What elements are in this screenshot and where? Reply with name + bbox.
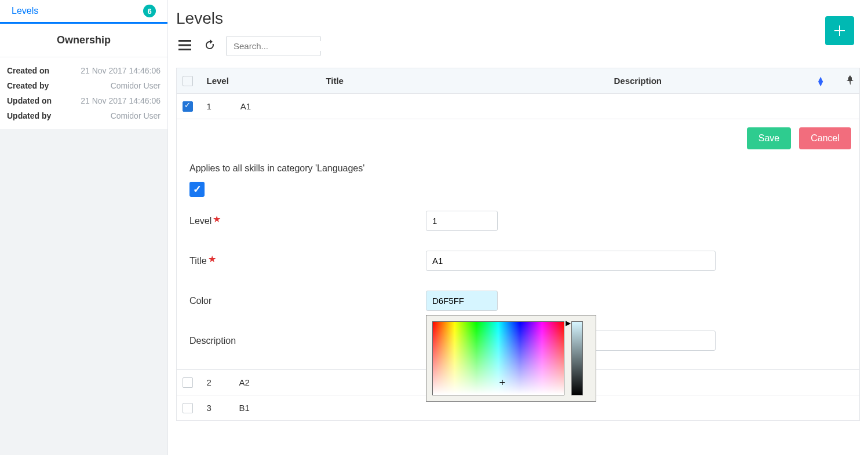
page-title: Levels [176,9,860,28]
ownership-heading: Ownership [0,24,167,57]
ownership-meta: Created on 21 Nov 2017 14:46:06 Created … [0,57,167,129]
meta-value-updated-on: 21 Nov 2017 14:46:06 [81,96,161,105]
cell-level: 2 [201,370,234,395]
refresh-button[interactable] [202,37,218,55]
hamburger-icon [178,40,191,50]
menu-button[interactable] [176,38,194,54]
arrow-right-icon: ▶ [566,319,571,327]
applies-label: Applies to all skills in category 'Langu… [189,163,847,174]
title-label: Title★ [189,255,426,266]
cancel-button[interactable]: Cancel [799,127,851,149]
color-picker-popup[interactable]: + ▶ [426,315,596,402]
cell-description [435,94,841,119]
add-button[interactable] [825,16,854,45]
cell-description [636,395,845,421]
applies-checkbox[interactable] [189,182,205,197]
meta-label-created-on: Created on [7,66,49,75]
column-header-description[interactable]: Description ▲▼ [435,68,841,94]
color-lightness-bar[interactable]: ▶ [571,321,583,395]
levels-table: Level Title Description ▲▼ 1 A1 [176,68,860,119]
save-button[interactable]: Save [747,127,791,149]
cell-level: 1 [201,94,235,119]
level-label: Level★ [189,215,426,226]
crosshair-icon: + [499,376,506,388]
row-checkbox[interactable] [183,377,193,388]
description-label: Description [189,336,426,346]
cell-description [636,370,845,395]
plus-icon [834,25,845,36]
meta-label-created-by: Created by [7,81,49,90]
meta-label-updated-on: Updated on [7,96,52,105]
cell-title: A1 [235,94,435,119]
meta-value-created-on: 21 Nov 2017 14:46:06 [81,66,161,75]
sidebar-tab-levels[interactable]: Levels 6 [0,0,167,24]
sort-icon: ▲▼ [816,76,825,86]
row-checkbox[interactable] [183,403,193,413]
color-picker-canvas[interactable]: + [432,321,564,395]
color-input[interactable] [426,291,498,311]
sidebar: Levels 6 Ownership Created on 21 Nov 201… [0,0,168,455]
toolbar [176,36,860,56]
select-all-checkbox[interactable] [183,76,193,86]
cell-level: 3 [201,395,234,421]
column-header-level[interactable]: Level [201,68,235,94]
required-star-icon: ★ [213,214,221,224]
title-input[interactable] [426,251,716,271]
sidebar-tab-badge: 6 [143,5,156,17]
meta-label-updated-by: Updated by [7,111,51,120]
level-input[interactable] [426,211,498,231]
pin-icon[interactable] [847,75,854,85]
sidebar-tab-label: Levels [12,6,38,16]
search-box[interactable] [226,36,321,56]
edit-panel: Save Cancel Applies to all skills in cat… [176,119,860,370]
color-label: Color [189,296,426,306]
refresh-icon [204,39,216,51]
required-star-icon: ★ [208,254,216,264]
meta-value-updated-by: Comidor User [111,111,161,120]
column-header-title[interactable]: Title [235,68,435,94]
search-input[interactable] [234,41,344,51]
main-content: Levels Level Title Description [168,0,868,455]
table-row[interactable]: 1 A1 [177,94,860,119]
row-checkbox[interactable] [183,101,193,112]
meta-value-created-by: Comidor User [111,81,161,90]
